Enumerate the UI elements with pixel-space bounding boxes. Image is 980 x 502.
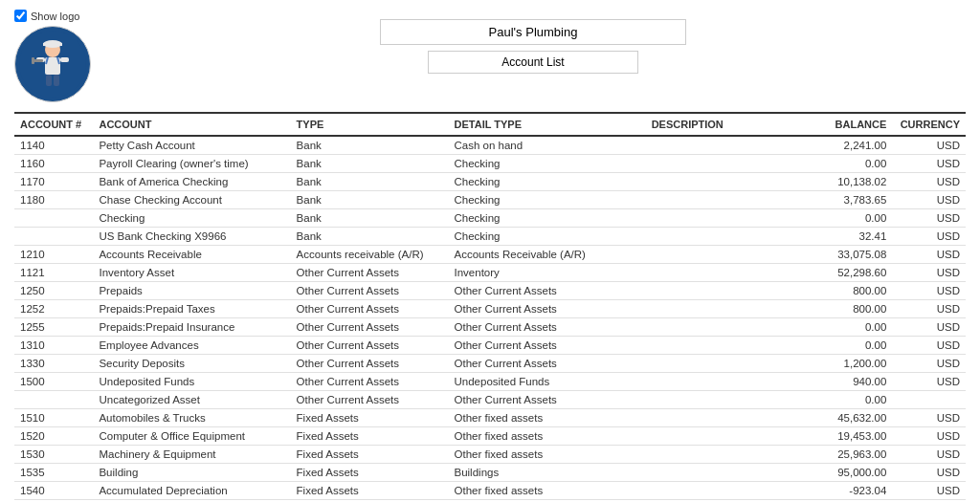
table-row[interactable]: 1140Petty Cash AccountBankCash on hand2,…: [14, 136, 966, 155]
cell-row10-col1: Prepaids:Prepaid Insurance: [93, 318, 290, 337]
cell-row19-col3: Other fixed assets: [449, 482, 646, 500]
cell-row15-col3: Other fixed assets: [449, 409, 646, 427]
cell-row3-col2: Bank: [291, 191, 449, 209]
cell-row7-col6: USD: [892, 264, 966, 282]
cell-row3-col4: [646, 191, 804, 209]
cell-row18-col4: [646, 464, 804, 482]
table-row[interactable]: 1530Machinery & EquipmentFixed AssetsOth…: [14, 446, 966, 464]
cell-row14-col2: Other Current Assets: [291, 391, 449, 409]
table-row[interactable]: Uncategorized AssetOther Current AssetsO…: [14, 391, 966, 409]
company-name-input[interactable]: [380, 19, 686, 45]
svg-rect-9: [46, 75, 52, 86]
cell-row3-col3: Checking: [449, 191, 646, 209]
cell-row11-col2: Other Current Assets: [291, 337, 449, 355]
cell-row0-col6: USD: [892, 136, 966, 155]
cell-row7-col4: [646, 264, 804, 282]
cell-row9-col5: 800.00: [804, 300, 893, 318]
cell-row5-col1: US Bank Checking X9966: [93, 228, 290, 246]
table-row[interactable]: 1310Employee AdvancesOther Current Asset…: [14, 337, 966, 355]
cell-row6-col1: Accounts Receivable: [93, 246, 290, 264]
table-row[interactable]: 1180Chase Checking AccountBankChecking3,…: [14, 191, 966, 209]
cell-row13-col4: [646, 373, 804, 391]
table-row[interactable]: US Bank Checking X9966BankChecking32.41U…: [14, 228, 966, 246]
cell-row3-col6: USD: [892, 191, 966, 209]
cell-row5-col2: Bank: [291, 228, 449, 246]
table-row[interactable]: 1255Prepaids:Prepaid InsuranceOther Curr…: [14, 318, 966, 337]
cell-row1-col6: USD: [892, 155, 966, 173]
report-title-input[interactable]: [428, 51, 638, 74]
cell-row4-col0: [14, 209, 93, 228]
cell-row16-col5: 19,453.00: [804, 427, 893, 446]
cell-row5-col0: [14, 228, 93, 246]
table-row[interactable]: 1121Inventory AssetOther Current AssetsI…: [14, 264, 966, 282]
cell-row11-col4: [646, 337, 804, 355]
cell-row1-col5: 0.00: [804, 155, 893, 173]
table-row[interactable]: 1210Accounts ReceivableAccounts receivab…: [14, 246, 966, 264]
cell-row13-col2: Other Current Assets: [291, 373, 449, 391]
cell-row13-col3: Undeposited Funds: [449, 373, 646, 391]
show-logo-checkbox[interactable]: [14, 10, 27, 22]
cell-row0-col4: [646, 136, 804, 155]
table-row[interactable]: 1330Security DepositsOther Current Asset…: [14, 355, 966, 373]
logo-section: Show logo: [14, 10, 91, 102]
cell-row16-col0: 1520: [14, 427, 93, 446]
cell-row13-col0: 1500: [14, 373, 93, 391]
cell-row3-col1: Chase Checking Account: [93, 191, 290, 209]
cell-row6-col4: [646, 246, 804, 264]
cell-row10-col5: 0.00: [804, 318, 893, 337]
table-row[interactable]: 1520Computer & Office EquipmentFixed Ass…: [14, 427, 966, 446]
cell-row8-col1: Prepaids: [93, 282, 290, 300]
cell-row14-col1: Uncategorized Asset: [93, 391, 290, 409]
show-logo-checkbox-row[interactable]: Show logo: [14, 10, 79, 22]
cell-row5-col3: Checking: [449, 228, 646, 246]
cell-row11-col3: Other Current Assets: [449, 337, 646, 355]
cell-row18-col2: Fixed Assets: [291, 464, 449, 482]
cell-row11-col0: 1310: [14, 337, 93, 355]
cell-row10-col4: [646, 318, 804, 337]
cell-row14-col0: [14, 391, 93, 409]
cell-row19-col6: USD: [892, 482, 966, 500]
cell-row4-col3: Checking: [449, 209, 646, 228]
cell-row17-col3: Other fixed assets: [449, 446, 646, 464]
svg-rect-8: [32, 57, 34, 64]
cell-row4-col5: 0.00: [804, 209, 893, 228]
cell-row16-col3: Other fixed assets: [449, 427, 646, 446]
cell-row2-col5: 10,138.02: [804, 173, 893, 191]
cell-row8-col5: 800.00: [804, 282, 893, 300]
cell-row9-col0: 1252: [14, 300, 93, 318]
cell-row9-col2: Other Current Assets: [291, 300, 449, 318]
cell-row19-col4: [646, 482, 804, 500]
svg-rect-10: [54, 75, 59, 86]
table-row[interactable]: 1170Bank of America CheckingBankChecking…: [14, 173, 966, 191]
table-row[interactable]: 1535BuildingFixed AssetsBuildings95,000.…: [14, 464, 966, 482]
table-row[interactable]: 1540Accumulated DepreciationFixed Assets…: [14, 482, 966, 500]
cell-row1-col1: Payroll Clearing (owner's time): [93, 155, 290, 173]
cell-row18-col0: 1535: [14, 464, 93, 482]
cell-row0-col5: 2,241.00: [804, 136, 893, 155]
cell-row12-col0: 1330: [14, 355, 93, 373]
cell-row8-col4: [646, 282, 804, 300]
table-row[interactable]: 1250PrepaidsOther Current AssetsOther Cu…: [14, 282, 966, 300]
cell-row2-col1: Bank of America Checking: [93, 173, 290, 191]
cell-row18-col3: Buildings: [449, 464, 646, 482]
cell-row12-col1: Security Deposits: [93, 355, 290, 373]
cell-row6-col2: Accounts receivable (A/R): [291, 246, 449, 264]
cell-row16-col2: Fixed Assets: [291, 427, 449, 446]
cell-row19-col5: -923.04: [804, 482, 893, 500]
cell-row2-col3: Checking: [449, 173, 646, 191]
cell-row4-col4: [646, 209, 804, 228]
table-row[interactable]: 1160Payroll Clearing (owner's time)BankC…: [14, 155, 966, 173]
table-row[interactable]: 1510Automobiles & TrucksFixed AssetsOthe…: [14, 409, 966, 427]
cell-row8-col3: Other Current Assets: [449, 282, 646, 300]
col-header-type: TYPE: [291, 113, 449, 136]
cell-row8-col6: USD: [892, 282, 966, 300]
table-row[interactable]: 1500Undeposited FundsOther Current Asset…: [14, 373, 966, 391]
table-row[interactable]: CheckingBankChecking0.00USD: [14, 209, 966, 228]
cell-row5-col4: [646, 228, 804, 246]
cell-row10-col2: Other Current Assets: [291, 318, 449, 337]
cell-row17-col1: Machinery & Equipment: [93, 446, 290, 464]
cell-row16-col4: [646, 427, 804, 446]
table-row[interactable]: 1252Prepaids:Prepaid TaxesOther Current …: [14, 300, 966, 318]
table-header-row: ACCOUNT # ACCOUNT TYPE DETAIL TYPE DESCR…: [14, 113, 966, 136]
cell-row13-col6: USD: [892, 373, 966, 391]
